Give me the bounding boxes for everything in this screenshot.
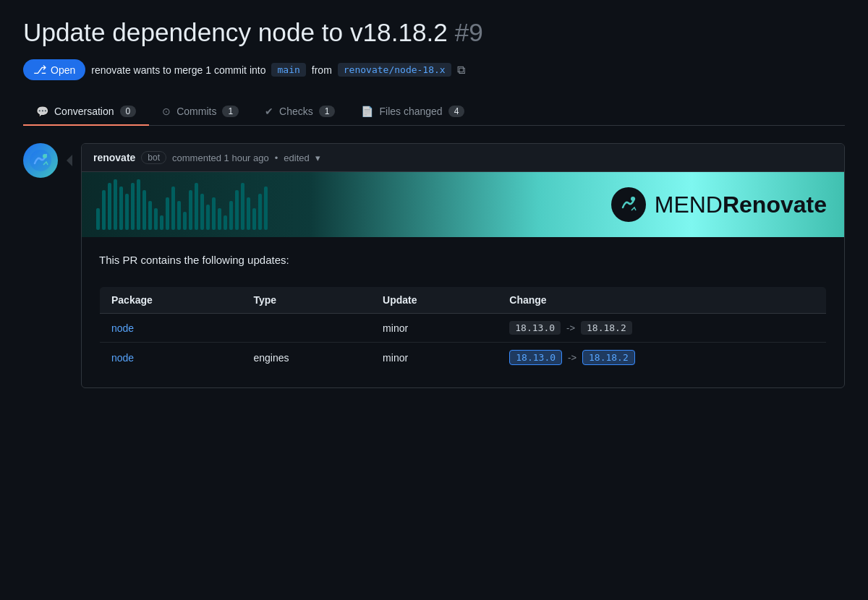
chevron-down-icon[interactable]: ▾ bbox=[315, 153, 320, 163]
pr-title-text: Update dependency node to v18.18.2 bbox=[23, 18, 448, 46]
target-branch-tag[interactable]: main bbox=[271, 63, 305, 77]
tab-files-changed-count: 4 bbox=[448, 106, 465, 117]
files-changed-icon: 📄 bbox=[361, 106, 373, 117]
svg-point-2 bbox=[631, 197, 635, 201]
bar-17 bbox=[189, 190, 192, 230]
svg-point-1 bbox=[43, 154, 47, 158]
banner-logo: MENDRenovate bbox=[611, 187, 827, 222]
commits-icon: ⊙ bbox=[162, 106, 171, 117]
bar-13 bbox=[166, 197, 169, 230]
bar-12 bbox=[160, 215, 163, 230]
col-header-update: Update bbox=[371, 287, 498, 314]
status-description: renovate wants to merge 1 commit into bbox=[91, 64, 265, 76]
bar-24 bbox=[229, 201, 233, 230]
avatar bbox=[23, 143, 58, 178]
version-change-1: 18.13.0 -> 18.18.2 bbox=[509, 321, 814, 335]
bar-29 bbox=[258, 194, 262, 230]
tab-commits[interactable]: ⊙ Commits 1 bbox=[149, 98, 252, 126]
col-header-change: Change bbox=[498, 287, 826, 314]
bar-19 bbox=[200, 194, 204, 230]
comment-author[interactable]: renovate bbox=[93, 152, 135, 163]
bar-25 bbox=[235, 190, 239, 230]
version-change-2: 18.13.0 -> 18.18.2 bbox=[509, 350, 814, 365]
svg-point-0 bbox=[30, 150, 51, 171]
tab-files-changed[interactable]: 📄 Files changed 4 bbox=[348, 98, 477, 126]
comment-section: renovate bot commented 1 hour ago • edit… bbox=[23, 143, 845, 388]
source-branch-tag[interactable]: renovate/node-18.x bbox=[338, 63, 451, 77]
table-cell-package-2: node bbox=[100, 343, 242, 373]
package-link-1[interactable]: node bbox=[111, 322, 134, 334]
tab-commits-label: Commits bbox=[176, 106, 216, 117]
pr-title: Update dependency node to v18.18.2 #9 bbox=[23, 17, 845, 48]
bar-22 bbox=[218, 208, 221, 230]
comment-text: This PR contains the following updates: bbox=[82, 237, 844, 278]
version-from-2: 18.13.0 bbox=[509, 350, 562, 365]
version-to-1: 18.18.2 bbox=[581, 321, 632, 335]
bar-21 bbox=[212, 197, 216, 230]
comment-body: renovate bot commented 1 hour ago • edit… bbox=[81, 143, 845, 388]
open-badge: ⎇ Open bbox=[23, 59, 85, 80]
bar-26 bbox=[241, 183, 244, 230]
bar-3 bbox=[108, 183, 111, 230]
version-arrow-2: -> bbox=[568, 352, 576, 363]
avatar-icon bbox=[29, 149, 52, 172]
tab-conversation-count: 0 bbox=[120, 106, 137, 117]
comment-edited[interactable]: edited bbox=[284, 153, 309, 163]
bar-18 bbox=[195, 183, 198, 230]
package-link-2[interactable]: node bbox=[111, 352, 134, 364]
table-cell-package-1: node bbox=[100, 314, 242, 343]
merge-icon: ⎇ bbox=[33, 63, 46, 77]
comment-header: renovate bot commented 1 hour ago • edit… bbox=[82, 144, 844, 172]
col-header-package: Package bbox=[100, 287, 242, 314]
bar-28 bbox=[252, 208, 256, 230]
bar-11 bbox=[154, 208, 158, 230]
bar-14 bbox=[171, 187, 175, 230]
tab-commits-count: 1 bbox=[222, 106, 239, 117]
bar-6 bbox=[125, 194, 129, 230]
renovate-logo-icon bbox=[617, 193, 640, 216]
table-cell-type-2: engines bbox=[242, 343, 371, 373]
bar-7 bbox=[131, 183, 135, 230]
table-header-row: Package Type Update Change bbox=[100, 287, 827, 314]
from-text: from bbox=[312, 64, 332, 76]
renovate-banner: MENDRenovate bbox=[82, 172, 844, 237]
pr-number: #9 bbox=[455, 18, 483, 46]
table-cell-update-2: minor bbox=[371, 343, 498, 373]
intro-text: This PR contains the following updates: bbox=[99, 252, 827, 269]
table-row: node engines minor 18.13.0 -> 18.18.2 bbox=[100, 343, 827, 373]
version-from-1: 18.13.0 bbox=[509, 321, 561, 335]
banner-mend-text: MEND bbox=[655, 192, 723, 218]
comment-arrow bbox=[67, 155, 72, 166]
updates-table: Package Type Update Change node minor bbox=[99, 286, 827, 373]
bar-27 bbox=[247, 197, 250, 230]
bar-1 bbox=[96, 208, 100, 230]
copy-branch-icon[interactable]: ⧉ bbox=[457, 64, 465, 77]
tab-checks[interactable]: ✔ Checks 1 bbox=[252, 98, 348, 126]
bar-8 bbox=[137, 179, 140, 230]
bar-5 bbox=[119, 187, 123, 230]
tab-checks-count: 1 bbox=[319, 106, 336, 117]
conversation-icon: 💬 bbox=[36, 106, 48, 117]
banner-decoration bbox=[82, 172, 501, 237]
tabs-bar: 💬 Conversation 0 ⊙ Commits 1 ✔ Checks 1 … bbox=[23, 98, 845, 126]
bar-4 bbox=[114, 179, 117, 230]
bar-23 bbox=[224, 215, 227, 230]
bot-badge: bot bbox=[141, 151, 166, 164]
renovate-logo-circle bbox=[611, 187, 646, 222]
status-label: Open bbox=[51, 64, 75, 76]
col-header-type: Type bbox=[242, 287, 371, 314]
table-cell-change-1: 18.13.0 -> 18.18.2 bbox=[498, 314, 826, 343]
banner-renovate-text: Renovate bbox=[723, 192, 827, 218]
tab-checks-label: Checks bbox=[279, 106, 313, 117]
tab-conversation[interactable]: 💬 Conversation 0 bbox=[23, 98, 149, 126]
banner-text: MENDRenovate bbox=[655, 192, 827, 218]
version-to-2: 18.18.2 bbox=[582, 350, 635, 365]
bar-16 bbox=[183, 212, 187, 230]
comment-content: MENDRenovate This PR contains the follow… bbox=[82, 172, 844, 373]
checks-icon: ✔ bbox=[265, 106, 273, 117]
banner-bars bbox=[96, 179, 268, 230]
pr-status-bar: ⎇ Open renovate wants to merge 1 commit … bbox=[23, 59, 845, 80]
bar-10 bbox=[148, 201, 152, 230]
bar-20 bbox=[206, 205, 210, 230]
bar-9 bbox=[142, 190, 146, 230]
